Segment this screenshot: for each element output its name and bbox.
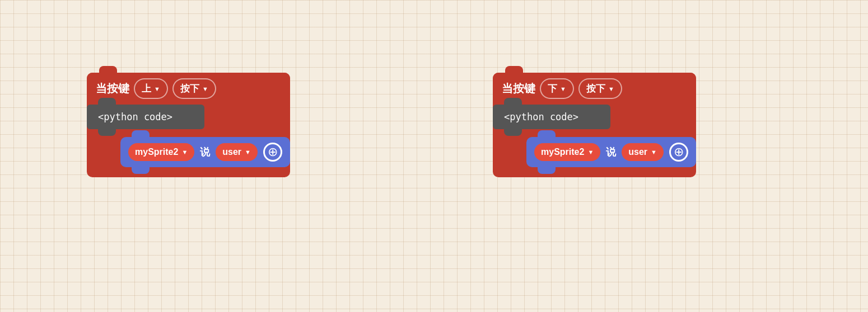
say-bottom-notch <box>132 167 150 174</box>
key-dropdown[interactable]: 上▼ <box>134 78 168 99</box>
block-block1: 当按键上▼按下▼<python code>mySprite2▼说user▼⊕ <box>87 73 290 177</box>
hat-label: 当按键 <box>502 81 535 96</box>
user-dropdown[interactable]: user▼ <box>216 143 258 161</box>
say-bottom-notch <box>538 167 556 174</box>
block-outer-red: 当按键上▼按下▼<python code>mySprite2▼说user▼⊕ <box>87 73 290 177</box>
python-block: <python code> <box>493 105 610 129</box>
python-top-notch <box>98 98 116 105</box>
python-bottom-notch <box>504 129 522 136</box>
user-dropdown[interactable]: user▼ <box>622 143 664 161</box>
key-dropdown[interactable]: 下▼ <box>540 78 574 99</box>
python-code-text: <python code> <box>504 111 578 122</box>
say-top-notch <box>132 130 150 137</box>
say-block-wrap: mySprite2▼说user▼⊕ <box>526 137 696 167</box>
python-block-wrap: <python code> <box>87 105 290 129</box>
say-top-notch <box>538 130 556 137</box>
add-button[interactable]: ⊕ <box>263 143 282 162</box>
hat-label: 当按键 <box>96 81 129 96</box>
hat-block: 当按键下▼按下▼ <box>493 73 696 105</box>
say-block: mySprite2▼说user▼⊕ <box>120 137 290 167</box>
canvas: 当按键上▼按下▼<python code>mySprite2▼说user▼⊕当按… <box>0 0 868 312</box>
say-verb-label: 说 <box>606 145 616 159</box>
hat-block: 当按键上▼按下▼ <box>87 73 290 105</box>
say-block: mySprite2▼说user▼⊕ <box>526 137 696 167</box>
action-dropdown[interactable]: 按下▼ <box>172 78 216 99</box>
add-button[interactable]: ⊕ <box>669 143 688 162</box>
python-top-notch <box>504 98 522 105</box>
sprite-dropdown[interactable]: mySprite2▼ <box>128 143 194 161</box>
python-code-text: <python code> <box>98 111 172 122</box>
python-block: <python code> <box>87 105 204 129</box>
block-outer-red: 当按键下▼按下▼<python code>mySprite2▼说user▼⊕ <box>493 73 696 177</box>
sprite-dropdown[interactable]: mySprite2▼ <box>534 143 600 161</box>
block-block2: 当按键下▼按下▼<python code>mySprite2▼说user▼⊕ <box>493 73 696 177</box>
python-bottom-notch <box>98 129 116 136</box>
action-dropdown[interactable]: 按下▼ <box>578 78 622 99</box>
hat-top-notch <box>505 66 523 73</box>
hat-top-notch <box>99 66 117 73</box>
say-block-wrap: mySprite2▼说user▼⊕ <box>120 137 290 167</box>
python-block-wrap: <python code> <box>493 105 696 129</box>
say-verb-label: 说 <box>200 145 210 159</box>
